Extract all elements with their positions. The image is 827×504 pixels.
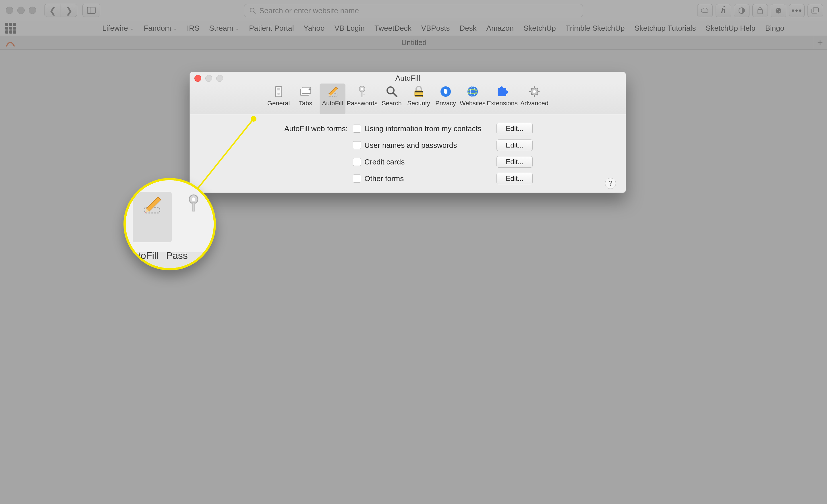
svg-marker-54 <box>146 197 161 211</box>
zoom-tab-autofill <box>133 192 172 242</box>
key-icon <box>186 194 202 212</box>
svg-line-48 <box>192 119 253 195</box>
pencil-form-icon <box>142 194 162 215</box>
callout-annotation <box>0 0 827 504</box>
svg-point-49 <box>251 116 256 122</box>
svg-point-58 <box>192 197 195 201</box>
svg-rect-59 <box>192 203 195 211</box>
zoom-tab-passwords <box>174 192 213 242</box>
callout-magnifier: + abs AutoFill Pass <box>124 178 216 270</box>
